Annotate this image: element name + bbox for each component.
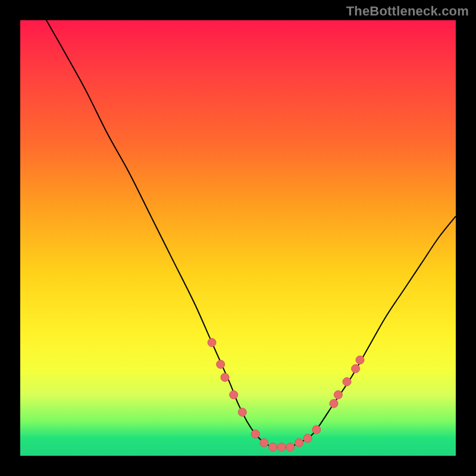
data-marker [230,391,238,399]
data-marker [217,360,225,368]
data-marker [238,408,246,416]
data-marker [208,339,216,347]
data-marker [312,425,321,434]
data-marker [269,443,277,451]
data-marker [330,399,338,408]
data-marker [334,391,342,399]
bottleneck-curve [46,20,456,447]
chart-overlay [20,20,456,456]
marker-group [208,339,364,452]
data-marker [260,439,268,447]
data-marker [356,356,364,364]
watermark-text: TheBottleneck.com [346,4,469,19]
data-marker [343,378,351,386]
data-marker [286,443,295,451]
data-marker [303,434,312,443]
data-marker [352,365,360,373]
data-marker [251,430,259,438]
chart-stage: TheBottleneck.com [0,0,476,476]
data-marker [295,439,303,447]
data-marker [277,443,286,451]
data-marker [221,373,229,381]
